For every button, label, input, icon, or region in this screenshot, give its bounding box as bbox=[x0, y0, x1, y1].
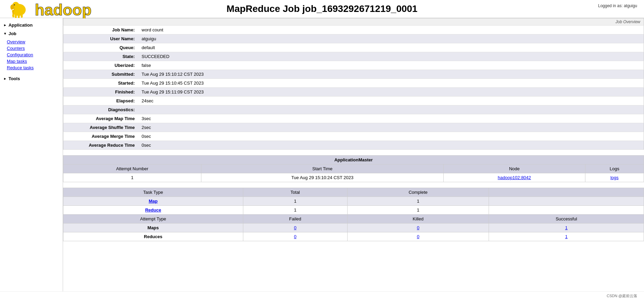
am-column-header-row: Attempt Number Start Time Node Logs bbox=[63, 164, 644, 173]
reduce-task-type: Reduce bbox=[63, 206, 243, 215]
hadoop-text-logo: hadoop bbox=[31, 0, 99, 18]
application-arrow-icon: ► bbox=[3, 23, 7, 27]
user-name-label: User Name: bbox=[63, 34, 138, 43]
sidebar: ► Application ▼ Job Overview Counters Co… bbox=[0, 18, 63, 291]
sidebar-tools[interactable]: ► Tools bbox=[0, 74, 63, 83]
diagnostics-label: Diagnostics: bbox=[63, 105, 138, 114]
am-data-row: 1 Tue Aug 29 15:10:24 CST 2023 hadoop102… bbox=[63, 173, 644, 182]
job-name-value: word count bbox=[138, 26, 644, 34]
avg-shuffle-time-value: 2sec bbox=[138, 123, 644, 132]
diagnostics-row: Diagnostics: bbox=[63, 105, 644, 114]
application-label: Application bbox=[9, 23, 33, 28]
am-section-header-row: ApplicationMaster bbox=[63, 156, 644, 164]
reduces-attempt-row: Reduces 0 0 1 bbox=[63, 232, 644, 241]
overview-link[interactable]: Overview bbox=[7, 39, 63, 45]
task-complete-col-header: Complete bbox=[347, 188, 489, 197]
attempt-failed-col-header: Failed bbox=[243, 215, 347, 223]
reduces-successful-link[interactable]: 1 bbox=[565, 234, 568, 239]
finished-label: Finished: bbox=[63, 88, 138, 97]
page-title: MapReduce Job job_1693292671219_0001 bbox=[227, 3, 417, 14]
logged-in-label: Logged in as: atguigu bbox=[598, 3, 637, 8]
map-task-complete: 1 bbox=[347, 197, 489, 206]
am-col-start-time: Start Time bbox=[201, 164, 444, 173]
page-footer: CSDN @庭前云落 bbox=[0, 291, 644, 300]
submitted-row: Submitted: Tue Aug 29 15:10:12 CST 2023 bbox=[63, 70, 644, 79]
reduce-task-complete: 1 bbox=[347, 206, 489, 215]
am-node: hadoop102:8042 bbox=[444, 173, 585, 182]
job-label: Job bbox=[9, 31, 16, 36]
avg-reduce-time-label: Average Reduce Time bbox=[63, 141, 138, 150]
avg-map-time-label: Average Map Time bbox=[63, 114, 138, 123]
avg-merge-time-row: Average Merge Time 0sec bbox=[63, 132, 644, 141]
task-type-header-row: Task Type Total Complete bbox=[63, 188, 644, 197]
submitted-label: Submitted: bbox=[63, 70, 138, 79]
main-content: Job Overview Job Name: word count User N… bbox=[63, 18, 644, 291]
footer-text: CSDN @庭前云落 bbox=[607, 294, 637, 298]
counters-link[interactable]: Counters bbox=[7, 45, 63, 52]
uberized-value: false bbox=[138, 61, 644, 70]
task-type-col-header: Task Type bbox=[63, 188, 243, 197]
started-label: Started: bbox=[63, 79, 138, 88]
am-col-node: Node bbox=[444, 164, 585, 173]
reduces-killed: 0 bbox=[347, 232, 489, 241]
reduces-killed-link[interactable]: 0 bbox=[417, 234, 419, 239]
elapsed-label: Elapsed: bbox=[63, 97, 138, 105]
tools-label: Tools bbox=[9, 76, 20, 81]
maps-attempt-row: Maps 0 0 1 bbox=[63, 223, 644, 232]
elapsed-value: 24sec bbox=[138, 97, 644, 105]
am-node-link[interactable]: hadoop102:8042 bbox=[498, 175, 531, 180]
elephant-icon bbox=[7, 0, 31, 19]
job-name-label: Job Name: bbox=[63, 26, 138, 34]
reduces-successful: 1 bbox=[489, 232, 644, 241]
avg-map-time-value: 3sec bbox=[138, 114, 644, 123]
am-attempt-number: 1 bbox=[63, 173, 201, 182]
maps-killed: 0 bbox=[347, 223, 489, 232]
am-col-attempt: Attempt Number bbox=[63, 164, 201, 173]
reduce-task-row: Reduce 1 1 bbox=[63, 206, 644, 215]
maps-killed-link[interactable]: 0 bbox=[417, 225, 419, 230]
am-col-logs: Logs bbox=[585, 164, 644, 173]
sidebar-job[interactable]: ▼ Job bbox=[0, 29, 63, 38]
job-name-row: Job Name: word count bbox=[63, 26, 644, 34]
job-overview-table: Job Overview Job Name: word count User N… bbox=[63, 18, 644, 150]
maps-failed-link[interactable]: 0 bbox=[294, 225, 296, 230]
reduces-failed: 0 bbox=[243, 232, 347, 241]
queue-label: Queue: bbox=[63, 43, 138, 52]
maps-failed: 0 bbox=[243, 223, 347, 232]
am-start-time: Tue Aug 29 15:10:24 CST 2023 bbox=[201, 173, 444, 182]
reduce-task-link[interactable]: Reduce bbox=[145, 207, 161, 213]
state-label: State: bbox=[63, 52, 138, 61]
started-row: Started: Tue Aug 29 15:10:45 CST 2023 bbox=[63, 79, 644, 88]
job-overview-title-row: Job Overview bbox=[63, 18, 644, 26]
queue-row: Queue: default bbox=[63, 43, 644, 52]
map-tasks-link[interactable]: Map tasks bbox=[7, 58, 63, 64]
task-total-col-header: Total bbox=[243, 188, 347, 197]
am-section-title: ApplicationMaster bbox=[63, 156, 644, 164]
avg-merge-time-label: Average Merge Time bbox=[63, 132, 138, 141]
attempt-type-col-header: Attempt Type bbox=[63, 215, 243, 223]
reduces-failed-link[interactable]: 0 bbox=[294, 234, 296, 239]
svg-rect-4 bbox=[15, 14, 17, 18]
page-header: hadoop MapReduce Job job_1693292671219_0… bbox=[0, 0, 644, 18]
attempt-type-header-row: Attempt Type Failed Killed Successful bbox=[63, 215, 644, 223]
map-task-type: Map bbox=[63, 197, 243, 206]
sidebar-application[interactable]: ► Application bbox=[0, 21, 63, 29]
hadoop-logo: hadoop bbox=[7, 0, 99, 19]
avg-shuffle-time-row: Average Shuffle Time 2sec bbox=[63, 123, 644, 132]
reduce-tasks-link[interactable]: Reduce tasks bbox=[7, 64, 63, 71]
uberized-row: Uberized: false bbox=[63, 61, 644, 70]
configuration-link[interactable]: Configuration bbox=[7, 52, 63, 58]
am-logs-link[interactable]: logs bbox=[610, 175, 618, 180]
maps-successful-link[interactable]: 1 bbox=[565, 225, 568, 230]
job-overview-title: Job Overview bbox=[63, 18, 644, 26]
main-layout: ► Application ▼ Job Overview Counters Co… bbox=[0, 18, 644, 291]
application-master-table: ApplicationMaster Attempt Number Start T… bbox=[63, 155, 644, 182]
user-name-row: User Name: atguigu bbox=[63, 34, 644, 43]
map-task-total: 1 bbox=[243, 197, 347, 206]
am-logs: logs bbox=[585, 173, 644, 182]
map-task-link[interactable]: Map bbox=[149, 199, 157, 204]
avg-reduce-time-value: 0sec bbox=[138, 141, 644, 150]
job-links: Overview Counters Configuration Map task… bbox=[0, 38, 63, 72]
submitted-value: Tue Aug 29 15:10:12 CST 2023 bbox=[138, 70, 644, 79]
svg-point-3 bbox=[14, 4, 15, 6]
